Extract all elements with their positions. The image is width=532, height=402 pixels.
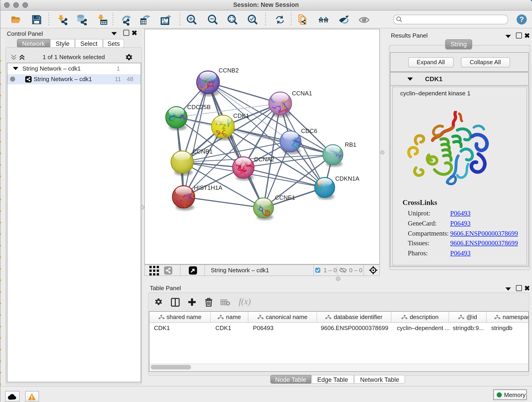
svg-text:CCNA2: CCNA2 xyxy=(254,156,274,163)
svg-text:HIST1H1A: HIST1H1A xyxy=(194,184,222,191)
svg-text:CDKN1A: CDKN1A xyxy=(335,175,360,182)
svg-text:?: ? xyxy=(519,15,524,23)
svg-text:CDC25B: CDC25B xyxy=(187,104,211,110)
svg-text:CDK1: CDK1 xyxy=(233,112,249,119)
svg-text:CCNA1: CCNA1 xyxy=(292,90,312,97)
svg-text:CCNB1: CCNB1 xyxy=(192,148,213,155)
svg-text:CCNB2: CCNB2 xyxy=(219,67,239,74)
svg-text:RB1: RB1 xyxy=(345,141,356,148)
svg-text:CDC6: CDC6 xyxy=(301,128,317,134)
svg-text:CCNE1: CCNE1 xyxy=(275,194,295,201)
